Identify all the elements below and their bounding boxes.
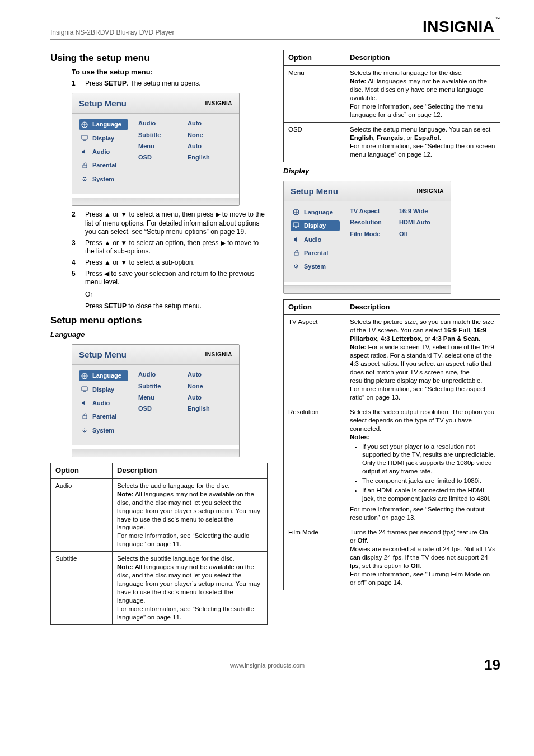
display-options-table: Option Description TV Aspect Selects the… bbox=[283, 299, 500, 590]
row-audio: Audio Selects the audio language for the… bbox=[51, 478, 268, 552]
nav-language[interactable]: Language bbox=[79, 370, 128, 381]
monitor-icon bbox=[81, 135, 89, 142]
left-column: Using the setup menu To use the setup me… bbox=[50, 50, 268, 629]
nav-audio[interactable]: Audio bbox=[79, 398, 128, 408]
lock-icon bbox=[81, 413, 89, 420]
setup-menu-title: Setup Menu bbox=[79, 98, 127, 109]
or-text: Or bbox=[85, 290, 268, 299]
setup-labels: Audio Subtitle Menu OSD bbox=[138, 119, 177, 184]
svg-rect-11 bbox=[293, 223, 299, 227]
svg-point-9 bbox=[84, 430, 85, 431]
th-description: Description bbox=[113, 463, 268, 478]
th-option: Option bbox=[51, 463, 113, 478]
nav-display[interactable]: Display bbox=[79, 384, 128, 395]
nav-audio[interactable]: Audio bbox=[79, 147, 128, 157]
nav-display[interactable]: Display bbox=[79, 133, 128, 143]
step-2: 2Press ▲ or ▼ to select a menu, then pre… bbox=[72, 210, 268, 237]
step-1: 1 Press SETUP. The setup menu opens. bbox=[72, 79, 268, 88]
row-resolution: Resolution Selects the video output reso… bbox=[284, 405, 500, 525]
steps-list: 1 Press SETUP. The setup menu opens. bbox=[72, 79, 268, 88]
footer-url: www.insignia-products.com bbox=[230, 661, 305, 669]
row-subtitle: Subtitle Selects the subtitle language f… bbox=[51, 552, 268, 625]
th-option: Option bbox=[284, 299, 345, 315]
step-3: 3Press ▲ or ▼ to select an option, then … bbox=[72, 239, 268, 256]
page-number: 19 bbox=[484, 656, 500, 675]
section-using-setup: Using the setup menu bbox=[50, 52, 268, 64]
globe-icon bbox=[81, 121, 89, 128]
nav-parental[interactable]: Parental bbox=[79, 411, 128, 421]
globe-icon bbox=[293, 209, 301, 215]
page-header: Insignia NS-2BRDVD Blu-ray DVD Player IN… bbox=[50, 17, 500, 40]
or-press-setup: Press SETUP to close the setup menu. bbox=[85, 302, 268, 311]
row-tv-aspect: TV Aspect Selects the picture size, so y… bbox=[284, 315, 500, 405]
nav-audio[interactable]: Audio bbox=[291, 234, 340, 245]
setup-nav: Language Display Audio Parental System bbox=[79, 119, 128, 184]
heading-language: Language bbox=[50, 330, 268, 340]
section-setup-options: Setup menu options bbox=[50, 314, 268, 327]
speaker-icon bbox=[81, 400, 89, 406]
nav-language[interactable]: Language bbox=[79, 119, 128, 129]
th-description: Description bbox=[345, 50, 500, 66]
nav-display[interactable]: Display bbox=[291, 220, 340, 231]
svg-rect-2 bbox=[83, 165, 87, 168]
step-4: 4Press ▲ or ▼ to select a sub-option. bbox=[72, 259, 268, 267]
nav-parental[interactable]: Parental bbox=[79, 160, 128, 170]
nav-system[interactable]: System bbox=[79, 425, 128, 435]
row-menu: Menu Selects the menu language for the d… bbox=[284, 66, 500, 123]
row-film-mode: Film Mode Turns the 24 frames per second… bbox=[284, 525, 500, 590]
speaker-icon bbox=[81, 148, 89, 155]
language-options-table: Option Description Audio Selects the aud… bbox=[50, 463, 268, 625]
svg-point-14 bbox=[296, 266, 297, 267]
lock-icon bbox=[81, 162, 89, 169]
gear-icon bbox=[293, 263, 301, 270]
speaker-icon bbox=[293, 236, 301, 243]
setup-menu-display: Setup Menu INSIGNIA Language Display Aud… bbox=[283, 181, 451, 294]
nav-language[interactable]: Language bbox=[291, 207, 340, 217]
subheading-to-use: To use the setup menu: bbox=[72, 68, 268, 77]
gear-icon bbox=[81, 427, 89, 434]
doc-title: Insignia NS-2BRDVD Blu-ray DVD Player bbox=[50, 29, 174, 37]
brand-logo: INSIGNIA™ bbox=[423, 17, 500, 37]
heading-display: Display bbox=[283, 167, 500, 176]
th-description: Description bbox=[345, 299, 500, 315]
svg-rect-12 bbox=[294, 252, 298, 255]
step-5: 5Press ◀ to save your selection and retu… bbox=[72, 270, 268, 287]
globe-icon bbox=[81, 373, 89, 379]
monitor-icon bbox=[293, 222, 301, 229]
setup-menu-language-2: Setup Menu INSIGNIA Language Display Aud… bbox=[72, 344, 240, 457]
svg-rect-6 bbox=[82, 387, 87, 391]
nav-parental[interactable]: Parental bbox=[291, 248, 340, 258]
svg-point-4 bbox=[84, 179, 85, 180]
gear-icon bbox=[81, 176, 89, 182]
th-option: Option bbox=[284, 50, 345, 66]
language-options-table-cont: Option Description Menu Selects the menu… bbox=[283, 50, 500, 162]
setup-values: Auto None Auto English bbox=[188, 119, 210, 184]
right-column: Option Description Menu Selects the menu… bbox=[283, 50, 500, 629]
svg-rect-1 bbox=[82, 135, 87, 139]
resolution-notes-list: If you set your player to a resolution n… bbox=[362, 443, 495, 504]
setup-menu-language: Setup Menu INSIGNIA Language Display Aud… bbox=[72, 93, 240, 206]
monitor-icon bbox=[81, 386, 89, 393]
page-footer: www.insignia-products.com 19 bbox=[50, 652, 500, 675]
svg-rect-7 bbox=[83, 416, 87, 419]
nav-system[interactable]: System bbox=[291, 261, 340, 271]
nav-system[interactable]: System bbox=[79, 174, 128, 184]
lock-icon bbox=[293, 250, 301, 256]
row-osd: OSD Selects the setup menu language. You… bbox=[284, 122, 500, 162]
steps-list-cont: 2Press ▲ or ▼ to select a menu, then pre… bbox=[72, 210, 268, 287]
setup-menu-brand: INSIGNIA bbox=[205, 100, 232, 107]
